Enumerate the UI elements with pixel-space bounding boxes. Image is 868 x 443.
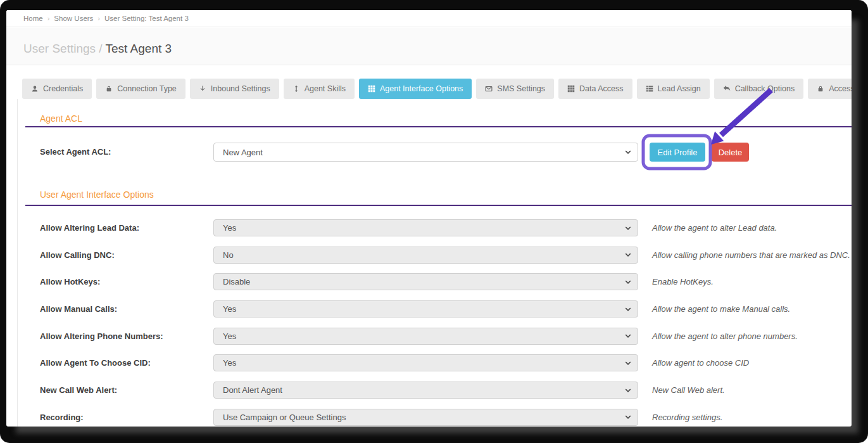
breadcrumb-current: User Setting: Test Agent 3 (104, 15, 189, 22)
tab-access-control[interactable]: Access Control (808, 79, 852, 99)
tab-inbound-settings[interactable]: Inbound Settings (190, 79, 279, 99)
agent-acl-heading: Agent ACL (40, 113, 82, 124)
envelope-icon (485, 85, 493, 93)
form-row-new-call-web-alert: New Call Web Alert: Dont Alert Agent New… (6, 382, 852, 409)
field-description: Recording settings. (652, 409, 722, 426)
field-description: Enable HotKeys. (652, 273, 714, 290)
grid-icon (368, 85, 375, 93)
select-value: Yes (223, 304, 236, 314)
page-header: User Settings / Test Agent 3 (6, 28, 852, 65)
chevron-down-icon (624, 332, 632, 340)
tab-lead-assign[interactable]: Lead Assign (637, 79, 710, 99)
edit-profile-button[interactable]: Edit Profile (650, 143, 705, 162)
field-label: New Call Web Alert: (40, 385, 117, 395)
tab-agent-interface-options[interactable]: Agent Interface Options (359, 79, 472, 99)
chevron-down-icon (624, 305, 632, 313)
field-label: Allow Agent To Choose CID: (40, 358, 151, 368)
chevron-down-icon (624, 413, 632, 421)
list-icon (646, 85, 653, 93)
screenshot-frame: Home › Show Users › User Setting: Test A… (0, 0, 868, 443)
breadcrumb-home[interactable]: Home (23, 15, 43, 22)
breadcrumb-separator: › (97, 15, 100, 22)
chevron-down-icon (624, 251, 632, 259)
tab-sms-settings[interactable]: SMS Settings (476, 79, 554, 99)
form-row-allow-agent-to-choose-cid: Allow Agent To Choose CID: Yes Allow age… (6, 354, 852, 382)
tab-label: Lead Assign (658, 84, 701, 93)
tab-label: Agent Skills (305, 84, 346, 93)
chevron-down-icon (624, 387, 632, 394)
allow-altering-phone-numbers-select[interactable]: Yes (213, 328, 638, 345)
field-label: Recording: (40, 413, 84, 422)
arrows-vertical-icon (292, 85, 300, 93)
agent-acl-select-value: New Agent (223, 148, 263, 157)
form-row-allow-altering-lead-data: Allow Altering Lead Data: Yes Allow the … (6, 219, 852, 247)
chevron-down-icon (624, 148, 632, 156)
new-call-web-alert-select[interactable]: Dont Alert Agent (213, 382, 638, 399)
chevron-down-icon (624, 224, 632, 232)
tab-label: Credentials (43, 84, 83, 93)
tab-data-access[interactable]: Data Access (558, 79, 632, 99)
allow-manual-calls-select[interactable]: Yes (213, 300, 638, 318)
app-window: Home › Show Users › User Setting: Test A… (6, 10, 852, 427)
page-title-prefix: User Settings / (23, 42, 103, 55)
page-title-name: Test Agent 3 (106, 42, 172, 55)
field-description: Allow the agent to alter Lead data. (652, 219, 777, 236)
chevron-down-icon (624, 359, 632, 367)
options-form: Allow Altering Lead Data: Yes Allow the … (6, 219, 852, 427)
breadcrumb-separator: › (47, 15, 50, 22)
field-label: Allow HotKeys: (40, 277, 100, 286)
field-description: Allow calling phone numbers that are mar… (652, 247, 850, 264)
allow-altering-lead-data-select[interactable]: Yes (213, 219, 638, 236)
form-row-allow-calling-dnc: Allow Calling DNC: No Allow calling phon… (6, 247, 852, 274)
field-description: Allow the agent to alter phone numbers. (652, 328, 798, 345)
lock-icon (817, 85, 824, 93)
agent-acl-select[interactable]: New Agent (213, 143, 638, 162)
tab-callback-options[interactable]: Callback Options (714, 79, 804, 99)
form-row-recording: Recording: Use Campaign or Queue Setting… (6, 409, 852, 427)
field-label: Allow Manual Calls: (40, 304, 117, 314)
tab-label: Agent Interface Options (380, 84, 463, 93)
select-value: Use Campaign or Queue Settings (223, 413, 346, 422)
tab-connection-type[interactable]: Connection Type (96, 79, 186, 99)
field-description: Allow agent to choose CID (652, 354, 749, 371)
select-value: Yes (223, 358, 236, 368)
user-icon (31, 85, 39, 93)
tab-label: Data Access (579, 84, 623, 93)
grid-icon (567, 85, 575, 93)
reply-icon (723, 85, 731, 93)
allow-agent-to-choose-cid-select[interactable]: Yes (213, 354, 638, 371)
select-value: Dont Alert Agent (223, 385, 282, 395)
field-label: Allow Altering Lead Data: (40, 223, 139, 233)
tab-label: Inbound Settings (211, 84, 270, 93)
tab-label: SMS Settings (497, 84, 545, 93)
select-value: Disable (223, 277, 250, 286)
select-value: Yes (223, 223, 236, 233)
breadcrumb-show-users[interactable]: Show Users (54, 15, 93, 22)
form-row-allow-altering-phone-numbers: Allow Altering Phone Numbers: Yes Allow … (6, 328, 852, 355)
field-label: Allow Altering Phone Numbers: (40, 331, 163, 341)
page-title: User Settings / Test Agent 3 (23, 42, 172, 56)
lock-icon (105, 85, 113, 93)
recording-select[interactable]: Use Campaign or Queue Settings (213, 409, 638, 426)
tab-label: Callback Options (735, 84, 795, 93)
breadcrumb: Home › Show Users › User Setting: Test A… (6, 10, 852, 27)
field-description: Allow the agent to make Manual calls. (652, 300, 790, 318)
select-value: No (223, 250, 234, 260)
select-value: Yes (223, 331, 236, 341)
delete-button[interactable]: Delete (712, 143, 749, 162)
section-divider (25, 205, 852, 206)
tab-credentials[interactable]: Credentials (22, 79, 92, 99)
tab-label: Access Control (829, 84, 852, 93)
arrow-down-icon (199, 85, 206, 93)
user-agent-interface-options-heading: User Agent Interface Options (40, 189, 154, 200)
form-row-allow-hotkeys: Allow HotKeys: Disable Enable HotKeys. (6, 273, 852, 300)
allow-calling-dnc-select[interactable]: No (213, 247, 638, 264)
tab-agent-skills[interactable]: Agent Skills (284, 79, 355, 99)
tab-label: Connection Type (117, 84, 177, 93)
allow-hotkeys-select[interactable]: Disable (213, 273, 638, 290)
select-agent-acl-label: Select Agent ACL: (40, 147, 111, 157)
section-divider (25, 126, 852, 127)
settings-tab-bar: Credentials Connection Type Inbound Sett… (22, 79, 852, 99)
form-row-allow-manual-calls: Allow Manual Calls: Yes Allow the agent … (6, 300, 852, 328)
chevron-down-icon (624, 278, 632, 286)
